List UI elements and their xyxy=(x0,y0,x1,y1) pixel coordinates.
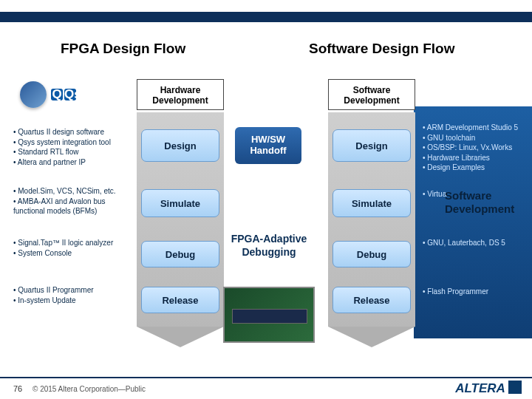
note-item: Hardware Libraries xyxy=(423,153,528,163)
qsys-text: Qsys xyxy=(64,89,76,100)
stage-left-design: Design xyxy=(141,129,219,162)
stage-left-release: Release xyxy=(141,287,219,313)
note-item: GNU, Lauterbach, DS 5 xyxy=(423,238,528,248)
right-notes-design: ARM Development Studio 5GNU toolchainOS/… xyxy=(418,123,528,173)
note-item: ARM Development Studio 5 xyxy=(423,123,528,133)
big-software-dev-text: Software Development xyxy=(445,189,514,215)
right-notes-debug: GNU, Lauterbach, DS 5 xyxy=(418,238,528,248)
altera-brand-text: ALTERA xyxy=(455,381,505,395)
note-item: Model.Sim, VCS, NCSim, etc. xyxy=(13,186,136,197)
qsys-logo: QQsys xyxy=(51,87,78,102)
hardware-dev-header: Hardware Development xyxy=(137,79,224,110)
stage-right-design: Design xyxy=(332,129,411,162)
note-item: Altera and partner IP xyxy=(13,157,136,168)
slide-root: FPGA Design Flow Software Design Flow QQ… xyxy=(0,0,532,399)
hw-sw-handoff: HW/SW Handoff xyxy=(235,127,301,164)
note-item: Qsys system integration tool xyxy=(13,137,136,148)
footer: 76 © 2015 Altera Corporation—Public ALTE… xyxy=(0,377,532,399)
tool-logos: QQsys xyxy=(20,81,78,108)
note-item: OS/BSP: Linux, Vx.Works xyxy=(423,143,528,153)
right-notes-release: Flash Programmer xyxy=(418,287,528,297)
note-item: Flash Programmer xyxy=(423,287,528,297)
note-item: Standard RTL flow xyxy=(13,147,136,157)
left-flow-arrow-icon xyxy=(137,327,224,347)
software-dev-label: Software Development xyxy=(344,85,399,106)
note-item: AMBA-AXI and Avalon bus functional model… xyxy=(13,197,136,216)
adaptive-text: FPGA-Adaptive Debugging xyxy=(231,233,307,258)
stage-right-simulate: Simulate xyxy=(332,189,411,217)
left-notes-debug: Signal.Tap™ II logic analyzerSystem Cons… xyxy=(9,238,136,258)
stage-right-release: Release xyxy=(332,287,411,313)
software-dev-header: Software Development xyxy=(328,79,415,110)
hardware-dev-label: Hardware Development xyxy=(152,85,208,106)
note-item: Signal.Tap™ II logic analyzer xyxy=(13,238,136,248)
top-stripe xyxy=(0,12,532,22)
copyright: © 2015 Altera Corporation—Public xyxy=(33,385,146,393)
fpga-adaptive-label: FPGA-Adaptive Debugging xyxy=(220,233,318,259)
left-notes-design: Quartus II design softwareQsys system in… xyxy=(9,127,136,167)
note-item: System Console xyxy=(13,248,136,259)
big-software-dev-label: Software Development xyxy=(445,189,514,216)
stage-right-debug: Debug xyxy=(332,241,411,267)
left-notes-simulate: Model.Sim, VCS, NCSim, etc.AMBA-AXI and … xyxy=(9,186,136,216)
note-item: In-system Update xyxy=(13,296,136,306)
dev-board-image xyxy=(223,287,315,343)
note-item: Quartus II Programmer xyxy=(13,285,136,296)
title-fpga: FPGA Design Flow xyxy=(61,41,185,57)
note-item: GNU toolchain xyxy=(423,133,528,143)
stage-left-debug: Debug xyxy=(141,241,219,267)
stage-left-simulate: Simulate xyxy=(141,189,219,217)
altera-box-icon xyxy=(508,381,522,394)
right-flow-arrow-icon xyxy=(328,327,415,347)
handoff-label: HW/SW Handoff xyxy=(250,134,286,156)
title-software: Software Design Flow xyxy=(309,41,454,57)
page-number: 76 xyxy=(13,384,22,393)
altera-logo: ALTERA xyxy=(455,381,522,396)
left-notes-release: Quartus II ProgrammerIn-system Update xyxy=(9,285,136,305)
note-item: Quartus II design software xyxy=(13,127,136,137)
note-item: Design Examples xyxy=(423,163,528,173)
quartus-icon xyxy=(20,81,47,108)
